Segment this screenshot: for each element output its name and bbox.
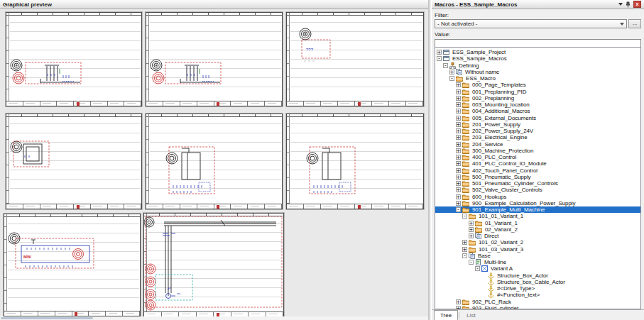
tree-item[interactable]: +201_Power_Supply [435,121,640,128]
tree-expander-icon[interactable]: - [462,253,467,258]
preview-tile-page-1[interactable] [6,12,142,106]
close-icon[interactable]: x [633,1,641,8]
menu-down-icon[interactable] [618,3,623,6]
tree-item[interactable]: +Direct [435,233,640,239]
tree-item[interactable]: +004_Additional_Macros [435,108,640,114]
tree-expander-icon[interactable]: - [475,266,480,271]
tree-expander-icon[interactable]: + [456,122,461,127]
tree-expander-icon[interactable]: + [456,201,461,206]
tree-expander-icon[interactable]: - [437,56,442,61]
tree-item[interactable]: +005_External_Documents [435,115,640,121]
tree-expander-icon[interactable]: + [456,148,461,153]
tree-item[interactable]: -#<Function_text> [435,292,640,298]
tree-item[interactable]: +202_Power_Supply_24V [435,128,640,134]
tree-expander-icon[interactable]: + [456,187,461,192]
preview-tile-page-2[interactable] [146,12,283,106]
tree-expander-icon[interactable]: + [456,116,461,121]
preview-tile-page-6[interactable] [286,114,424,209]
tree-expander-icon[interactable]: + [456,89,461,94]
tree-expander-icon[interactable]: + [456,135,461,140]
tree-expander-icon[interactable]: - [469,260,474,265]
tree-expander-icon[interactable]: + [469,221,474,226]
preview-tile-page-5[interactable] [146,114,283,209]
tree-expander-icon[interactable]: + [462,240,467,245]
tree-expander-icon[interactable]: - [443,63,448,68]
tree-item[interactable]: +502_Valve_Cluster_Controls [435,187,640,193]
tree-item[interactable]: +400_PLC_Control [435,154,640,160]
tree-expander-icon[interactable]: + [456,109,461,114]
tree-item[interactable]: -Multi-line [435,259,640,265]
tree-item[interactable]: -#<Drive_Type> [435,285,640,292]
tree-expander-icon[interactable]: + [456,142,461,147]
preview-tile-page-3[interactable]: ??? [286,12,424,106]
graphical-preview-panel: Graphical preview ??? MW [0,0,430,320]
tree-item-label: Structure_Box_Actor [496,272,550,279]
tree-item[interactable]: -101_01_Variant_1 [435,213,640,219]
tree-item[interactable]: +002_Preplanning [435,95,640,101]
preview-tile-page-4[interactable] [6,114,142,209]
tree-item-label: ESS_Sample_Project [451,49,507,55]
tree-expander-icon[interactable]: + [469,227,474,232]
tree-item[interactable]: -Base [435,253,640,259]
tree-item[interactable]: -Structure_Box_Actor [435,272,640,279]
horizontal-scrollbar[interactable] [0,316,428,320]
pin-icon[interactable] [626,1,631,8]
tree-item[interactable]: +204_Service [435,141,640,148]
graphical-preview-header[interactable]: Graphical preview [0,0,428,9]
tree-expander-icon[interactable]: + [456,161,461,166]
tree-item[interactable]: -ESS_Macro [435,75,640,82]
tree-expander-icon[interactable]: + [456,102,461,107]
tree-item[interactable]: +501_Pneumatic_Cylinder_Controls [435,180,640,187]
tree-item[interactable]: +02_Variant_2 [435,226,640,233]
tree-item[interactable]: +902_PLC_Rack [435,299,640,305]
tree-item[interactable]: +001_Preplanning_PID [435,89,640,95]
scrollbar-thumb[interactable] [1,317,93,319]
tab-tree[interactable]: Tree [434,310,458,320]
tree-item[interactable]: -901_Example_Multi_Machine [435,206,640,213]
macros-panel-header[interactable]: Macros - ESS_Sample_Macros x [432,0,644,9]
folder-icon [462,115,469,121]
preview-tile-page-8[interactable] [143,213,284,317]
tree-item[interactable]: -Variant A [435,265,640,272]
tree-expander-icon[interactable]: + [456,82,461,87]
tree-expander-icon[interactable]: + [437,50,442,55]
filter-dropdown[interactable]: - Not activated - [435,19,627,28]
tree-expander-icon[interactable]: + [456,128,461,133]
tree-item[interactable]: -Defining [435,62,640,69]
tree-expander-icon[interactable]: + [449,70,454,75]
tree-item[interactable]: +Without name [435,69,640,75]
tree-item[interactable]: -ESS_Sample_Macros [435,55,640,62]
tree-item[interactable]: +000_Page_Templates [435,82,640,88]
tree-expander-icon[interactable]: + [456,181,461,186]
tree-item[interactable]: +003_Mounting_location [435,101,640,108]
tree-item[interactable]: +203_Electrical_Engine [435,134,640,140]
tree-item[interactable]: +600_Hookups [435,194,640,200]
filter-browse-button[interactable]: ... [628,19,641,28]
tree-expander-icon[interactable]: + [456,96,461,101]
application-window: Graphical preview ??? MW [0,0,644,320]
tree-expander-icon[interactable]: + [456,155,461,160]
tree-item[interactable]: +402_Touch_Panel_Control [435,167,640,174]
preview-tile-page-7[interactable]: MW [4,214,141,316]
tree-item[interactable]: +401_PLC_Control_IO_Module [435,160,640,167]
tree-expander-icon[interactable]: + [456,194,461,199]
tree-item[interactable]: +101_03_Variant_3 [435,246,640,253]
tree-item[interactable]: -Structure_box_Cable_Actor [435,279,640,285]
tree-item[interactable]: +500_Pneumatic_Supply [435,174,640,180]
tree-item[interactable]: +101_02_Variant_2 [435,239,640,245]
tree-expander-icon[interactable]: + [456,168,461,173]
folder-icon [475,226,482,233]
tree-item[interactable]: +300_Machine_Protection [435,148,640,154]
tree-expander-icon[interactable]: - [462,214,467,219]
tree-expander-icon[interactable]: + [462,247,467,252]
tree-expander-icon[interactable]: + [456,175,461,180]
tree-expander-icon[interactable]: - [449,76,454,81]
tree-item[interactable]: +900_Example_Calculation_Power_Supply [435,200,640,206]
tree-item[interactable]: +ESS_Sample_Project [435,49,640,55]
tree-expander-icon[interactable]: + [469,233,474,238]
tree-item[interactable]: +01_Variant_1 [435,220,640,226]
tree-item-label: ESS_Sample_Macros [451,55,508,62]
tree-expander-icon[interactable]: + [456,299,461,304]
tree-expander-icon[interactable]: - [456,207,461,212]
tab-list[interactable]: List [460,310,481,320]
